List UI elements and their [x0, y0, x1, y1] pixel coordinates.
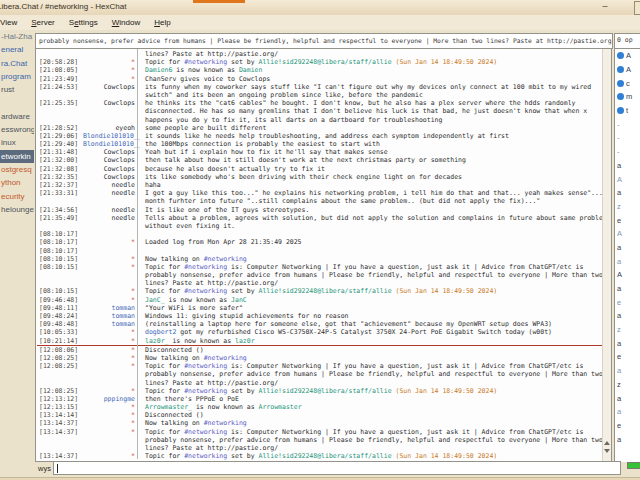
user-list-item[interactable]: e [615, 350, 640, 364]
chat-messages[interactable]: lines? Paste at http://pastie.org/[20:58… [37, 50, 603, 460]
user-list-item[interactable]: a [615, 432, 640, 446]
user-list-item[interactable]: c [615, 76, 640, 90]
user-nick: a [617, 394, 621, 403]
user-list-item[interactable]: e [615, 295, 640, 309]
message-text: Damien6 is now known as Damien [140, 66, 603, 74]
timestamp: [13:14:37] [37, 419, 83, 427]
chat-line: [13:14:37]*Now talking on #networking [37, 419, 603, 427]
chat-line: [09:46:48]*JanC_ is now known as JanC [37, 296, 603, 304]
timestamp: [21:23:49] [37, 75, 83, 83]
user-list-item[interactable]: A [615, 268, 640, 282]
user-list-item[interactable]: a [615, 159, 640, 173]
sidebar-item-inux[interactable]: inux [0, 136, 34, 149]
chat-line: [08:10:17] [37, 247, 603, 255]
userlist-header: 0 op [614, 33, 640, 49]
nick [83, 247, 140, 255]
chat-line: [08:10:15]*Topic for #networking set by … [37, 287, 603, 295]
user-list-item[interactable]: - [615, 117, 640, 131]
user-list-item[interactable]: a [615, 364, 640, 378]
scroll-down-icon[interactable] [604, 449, 610, 453]
sidebar-item-program[interactable]: program [0, 70, 34, 83]
user-list-item[interactable]: a [615, 391, 640, 405]
sidebar-item-rust[interactable]: rust [0, 83, 34, 96]
sidebar-item-ecurity[interactable]: ecurity [0, 190, 34, 203]
user-list-item[interactable]: a [615, 309, 640, 323]
user-list-item[interactable]: A [615, 227, 640, 241]
user-nick: a [617, 407, 621, 416]
user-list-item[interactable]: a [615, 241, 640, 255]
user-list-item[interactable]: z [615, 378, 640, 392]
message-text: Topic for #networking is: Computer Netwo… [140, 362, 603, 370]
message-text: probably nonsense, prefer advice from hu… [140, 436, 603, 444]
nick: * [83, 362, 140, 370]
menu-window[interactable]: Window [105, 16, 147, 29]
menu-settings[interactable]: Settings [62, 16, 105, 29]
message-text: without even fixing it. [140, 222, 603, 230]
chat-line: happens you do y to fix it, its all dart… [37, 116, 603, 124]
nick: * [83, 238, 140, 246]
menu-server[interactable]: Server [24, 16, 62, 29]
nick [83, 116, 140, 124]
nick: * [83, 287, 140, 295]
maximize-button[interactable] [634, 1, 640, 15]
user-nick: a [617, 435, 621, 444]
background-window-edge [193, 0, 245, 3]
user-list-item[interactable]: z [615, 200, 640, 214]
nick: * [83, 328, 140, 336]
sidebar-item-eneral[interactable]: eneral [0, 43, 34, 56]
user-list-item[interactable]: - [615, 145, 640, 159]
timestamp: [12:08:25] [37, 354, 83, 362]
user-list-item[interactable]: e [615, 213, 640, 227]
user-list-item[interactable]: A [615, 49, 640, 63]
timestamp [37, 107, 83, 115]
user-list-item[interactable]: a [615, 186, 640, 200]
user-nick: - [617, 147, 620, 156]
nick: * [83, 66, 140, 74]
sidebar-item-helounge[interactable]: helounge [0, 203, 34, 216]
message-input[interactable] [53, 461, 621, 475]
minimize-button[interactable]: – [597, 1, 613, 13]
user-list-item[interactable]: a [615, 405, 640, 419]
chat-line: [08:10:15]*Topic for #networking is: Com… [37, 263, 603, 271]
user-list-item[interactable]: A [615, 63, 640, 77]
user-list-item[interactable]: a [615, 254, 640, 268]
chat-line: lines? Paste at http://pastie.org/ [37, 379, 603, 387]
message-text: Arrowmaster_ is now known as Arrowmaster [140, 403, 603, 411]
chat-line: [12:13:15]*Arrowmaster_ is now known as … [37, 403, 603, 411]
sidebar-item-raChat[interactable]: ra.Chat [0, 57, 34, 70]
chat-line: [21:29:06]Blondie101010___it sounds like… [37, 132, 603, 140]
nick: * [83, 452, 140, 460]
message-text: it sounds like he needs help troubleshoo… [140, 132, 603, 140]
message-text: lines? Paste at http://pastie.org/ [140, 444, 603, 452]
voice-dot-icon [617, 52, 624, 59]
user-list-item[interactable]: m [615, 90, 640, 104]
user-list-item[interactable]: z [615, 323, 640, 337]
user-list[interactable]: AAcmt---aAazeAaaAaeazaeazaaea [614, 48, 640, 462]
timestamp: [13:14:14] [37, 411, 83, 419]
user-list-item[interactable]: t [615, 104, 640, 118]
sidebar-item-ostgresq[interactable]: ostgresq [0, 163, 34, 176]
chat-line: [20:58:28]*Topic for #networking set by … [37, 58, 603, 66]
nick [83, 279, 140, 287]
user-list-item[interactable]: - [615, 131, 640, 145]
user-list-item[interactable]: e [615, 419, 640, 433]
user-list-item[interactable]: A [615, 172, 640, 186]
timestamp: [09:46:48] [37, 296, 83, 304]
topic-input[interactable]: probably nonsense, prefer advice from hu… [35, 33, 613, 49]
chat-line: disconnected. He has so many gremlins th… [37, 107, 603, 115]
chat-scrollbar[interactable] [602, 49, 611, 461]
scroll-up-icon[interactable] [604, 441, 610, 445]
sidebar-item-HalZha[interactable]: -Hal-Zha [0, 30, 34, 43]
chat-line: [21:33:31]needleI got a guy like this to… [37, 189, 603, 197]
menu-help[interactable]: Help [147, 16, 177, 29]
chat-line: [21:28:52]eyeohsome people are built dif… [37, 124, 603, 132]
sidebar-item-ython[interactable]: ython [0, 176, 34, 189]
menu-view[interactable]: View [0, 16, 24, 29]
sidebar-item-etworkin[interactable]: etworkin [0, 150, 34, 163]
user-list-item[interactable]: a [615, 282, 640, 296]
sidebar-item-ardware[interactable]: ardware [0, 110, 34, 123]
sidebar-item-esswrong[interactable]: esswrong [0, 123, 34, 136]
user-list-item[interactable]: a [615, 336, 640, 350]
nick [83, 230, 140, 238]
timestamp [37, 279, 83, 287]
